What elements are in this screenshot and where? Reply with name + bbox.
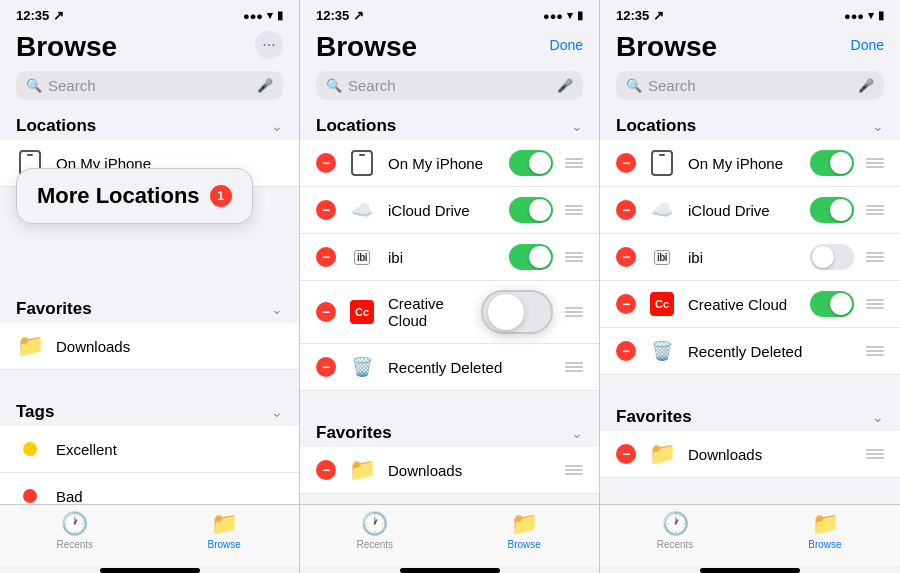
- drag-downloads-2[interactable]: [565, 465, 583, 475]
- locations-title-3: Locations: [616, 116, 696, 136]
- tab-browse-3[interactable]: 📁 Browse: [750, 511, 900, 550]
- search-bar-1[interactable]: 🔍 Search 🎤: [16, 71, 283, 100]
- tag-excellent-1[interactable]: Excellent: [0, 426, 299, 473]
- toggle-ibi-2[interactable]: [509, 244, 553, 270]
- toggle-icloud-2[interactable]: [509, 197, 553, 223]
- drag-ibi-2[interactable]: [565, 252, 583, 262]
- section-gap-tags-3: [600, 478, 900, 504]
- delete-iphone-3[interactable]: −: [616, 153, 636, 173]
- list-item-trash-3[interactable]: − 🗑️ Recently Deleted: [600, 328, 900, 375]
- list-item-icloud-2[interactable]: − ☁️ iCloud Drive: [300, 187, 599, 234]
- delete-trash-3[interactable]: −: [616, 341, 636, 361]
- list-item-ibi-2[interactable]: − ibi ibi: [300, 234, 599, 281]
- drag-cc-2[interactable]: [565, 307, 583, 317]
- drag-trash-2[interactable]: [565, 362, 583, 372]
- tab-recents-1[interactable]: 🕐 Recents: [0, 511, 150, 550]
- cc-label-2: Creative Cloud: [388, 295, 469, 329]
- list-item-downloads-2[interactable]: − 📁 Downloads: [300, 447, 599, 494]
- tab-browse-1[interactable]: 📁 Browse: [150, 511, 300, 550]
- list-item-cc-2[interactable]: − Cc Creative Cloud: [300, 281, 599, 344]
- search-icon-1: 🔍: [26, 78, 42, 93]
- tag-excellent-icon-1: [16, 435, 44, 463]
- search-icon-2: 🔍: [326, 78, 342, 93]
- drag-iphone-2[interactable]: [565, 158, 583, 168]
- header-1: Browse ···: [0, 27, 299, 71]
- browse-title-2: Browse: [316, 31, 417, 63]
- search-bar-2[interactable]: 🔍 Search 🎤: [316, 71, 583, 100]
- drag-ibi-3[interactable]: [866, 252, 884, 262]
- locations-chevron-1[interactable]: ⌄: [271, 118, 283, 134]
- list-item-cc-3[interactable]: − Cc Creative Cloud: [600, 281, 900, 328]
- delete-iphone-2[interactable]: −: [316, 153, 336, 173]
- icloud-icon-3: ☁️: [648, 196, 676, 224]
- favorites-chevron-2[interactable]: ⌄: [571, 425, 583, 441]
- tag-bad-1[interactable]: Bad: [0, 473, 299, 504]
- list-item-trash-2[interactable]: − 🗑️ Recently Deleted: [300, 344, 599, 391]
- drag-iphone-3[interactable]: [866, 158, 884, 168]
- more-options-button-1[interactable]: ···: [255, 31, 283, 59]
- downloads-label-1: Downloads: [56, 338, 283, 355]
- done-button-2[interactable]: Done: [550, 37, 583, 53]
- tab-bar-2: 🕐 Recents 📁 Browse: [300, 504, 599, 566]
- toggle-icloud-3[interactable]: [810, 197, 854, 223]
- more-locations-bubble[interactable]: More Locations 1: [16, 168, 253, 224]
- delete-cc-3[interactable]: −: [616, 294, 636, 314]
- drag-cc-3[interactable]: [866, 299, 884, 309]
- list-item-downloads-1[interactable]: 📁 Downloads: [0, 323, 299, 370]
- locations-section-header-1: Locations ⌄: [0, 112, 299, 140]
- drag-trash-3[interactable]: [866, 346, 884, 356]
- favorites-title-1: Favorites: [16, 299, 92, 319]
- tab-recents-3[interactable]: 🕐 Recents: [600, 511, 750, 550]
- drag-icloud-2[interactable]: [565, 205, 583, 215]
- search-placeholder-2: Search: [348, 77, 551, 94]
- ibi-icon-3: ibi: [648, 243, 676, 271]
- tab-recents-2[interactable]: 🕐 Recents: [300, 511, 450, 550]
- ibi-icon-2: ibi: [348, 243, 376, 271]
- list-item-iphone-2[interactable]: − On My iPhone: [300, 140, 599, 187]
- status-bar-2: 12:35 ↗ ●●● ▾ ▮: [300, 0, 599, 27]
- more-locations-badge: 1: [210, 185, 232, 207]
- locations-section-header-3: Locations ⌄: [600, 112, 900, 140]
- delete-trash-2[interactable]: −: [316, 357, 336, 377]
- panel-2: 12:35 ↗ ●●● ▾ ▮ Browse Done 🔍 Search 🎤 L…: [300, 0, 600, 573]
- tab-browse-2[interactable]: 📁 Browse: [450, 511, 600, 550]
- delete-downloads-2[interactable]: −: [316, 460, 336, 480]
- delete-icloud-3[interactable]: −: [616, 200, 636, 220]
- delete-cc-2[interactable]: −: [316, 302, 336, 322]
- delete-downloads-3[interactable]: −: [616, 444, 636, 464]
- icloud-icon-2: ☁️: [348, 196, 376, 224]
- status-icons-3: ●●● ▾ ▮: [844, 9, 884, 22]
- delete-ibi-3[interactable]: −: [616, 247, 636, 267]
- favorites-chevron-3[interactable]: ⌄: [872, 409, 884, 425]
- drag-icloud-3[interactable]: [866, 205, 884, 215]
- trash-icon-2: 🗑️: [348, 353, 376, 381]
- list-item-icloud-3[interactable]: − ☁️ iCloud Drive: [600, 187, 900, 234]
- drag-downloads-3[interactable]: [866, 449, 884, 459]
- search-bar-3[interactable]: 🔍 Search 🎤: [616, 71, 884, 100]
- toggle-iphone-2[interactable]: [509, 150, 553, 176]
- done-button-3[interactable]: Done: [851, 37, 884, 53]
- tags-chevron-1[interactable]: ⌄: [271, 404, 283, 420]
- delete-ibi-2[interactable]: −: [316, 247, 336, 267]
- browse-tab-icon-1: 📁: [211, 511, 238, 537]
- panel-1: 12:35 ↗ ●●● ▾ ▮ Browse ··· 🔍 Search 🎤 Lo…: [0, 0, 300, 573]
- toggle-cc-3[interactable]: [810, 291, 854, 317]
- list-item-downloads-3[interactable]: − 📁 Downloads: [600, 431, 900, 478]
- home-indicator-1: [100, 568, 200, 573]
- list-item-ibi-3[interactable]: − ibi ibi: [600, 234, 900, 281]
- folder-icon-3: 📁: [648, 440, 676, 468]
- list-item-iphone-3[interactable]: − On My iPhone: [600, 140, 900, 187]
- recents-tab-icon-3: 🕐: [662, 511, 689, 537]
- toggle-ibi-3[interactable]: [810, 244, 854, 270]
- iphone-label-2: On My iPhone: [388, 155, 497, 172]
- locations-chevron-3[interactable]: ⌄: [872, 118, 884, 134]
- section-gap-favorites-3: [600, 375, 900, 403]
- toggle-iphone-3[interactable]: [810, 150, 854, 176]
- favorites-chevron-1[interactable]: ⌄: [271, 301, 283, 317]
- section-gap-tags-1: [0, 370, 299, 398]
- recents-tab-icon-2: 🕐: [361, 511, 388, 537]
- locations-chevron-2[interactable]: ⌄: [571, 118, 583, 134]
- toggle-cc-big-2[interactable]: [481, 290, 553, 334]
- search-icon-3: 🔍: [626, 78, 642, 93]
- delete-icloud-2[interactable]: −: [316, 200, 336, 220]
